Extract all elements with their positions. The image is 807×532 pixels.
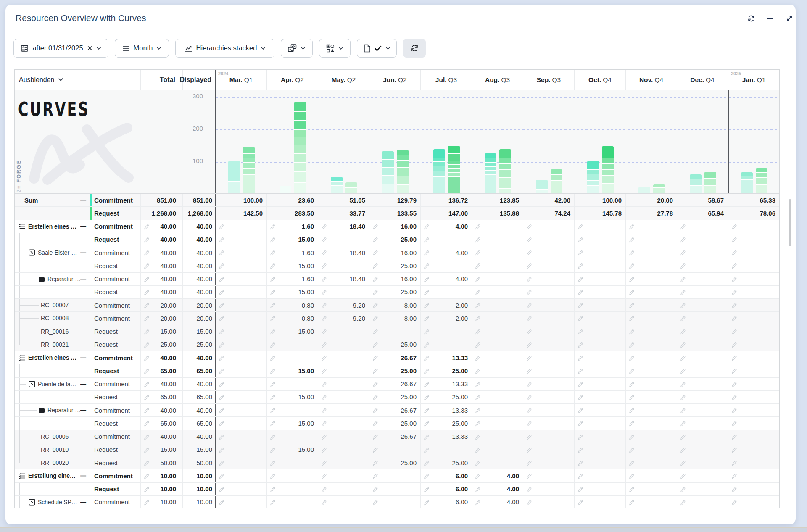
month-value-cell[interactable]: 4.00 xyxy=(472,469,523,482)
month-value-cell[interactable] xyxy=(523,312,575,324)
edit-pencil-icon[interactable] xyxy=(372,302,378,308)
month-value-cell[interactable] xyxy=(472,378,523,390)
edit-pencil-icon[interactable] xyxy=(143,407,150,413)
month-value-cell[interactable] xyxy=(626,325,677,338)
month-value-cell[interactable]: 15.00 xyxy=(267,233,318,246)
edit-pencil-icon[interactable] xyxy=(475,446,481,453)
month-value-cell[interactable]: 15.00 xyxy=(267,391,318,403)
month-value-cell[interactable] xyxy=(677,496,728,508)
month-value-cell[interactable]: 133.55 xyxy=(369,207,421,219)
month-value-cell[interactable]: 15.00 xyxy=(267,364,318,377)
month-value-cell[interactable] xyxy=(318,351,369,364)
edit-pencil-icon[interactable] xyxy=(423,446,430,453)
edit-pencil-icon[interactable] xyxy=(218,355,224,361)
month-value-cell[interactable] xyxy=(677,273,728,285)
month-value-cell[interactable]: 26.67 xyxy=(369,404,421,416)
edit-pencil-icon[interactable] xyxy=(218,236,224,242)
month-value-cell[interactable] xyxy=(523,417,575,429)
edit-pencil-icon[interactable] xyxy=(475,394,481,400)
month-value-cell[interactable] xyxy=(626,496,677,508)
edit-pencil-icon[interactable] xyxy=(269,420,276,427)
month-value-cell[interactable] xyxy=(216,259,267,272)
month-value-cell[interactable] xyxy=(523,273,575,285)
month-value-cell[interactable] xyxy=(728,469,780,482)
month-value-cell[interactable] xyxy=(472,299,523,311)
month-value-cell[interactable] xyxy=(728,246,780,259)
edit-pencil-icon[interactable] xyxy=(423,341,430,348)
month-value-cell[interactable] xyxy=(575,404,626,416)
collapse-toggle[interactable]: — xyxy=(80,381,90,387)
month-value-cell[interactable] xyxy=(318,417,369,429)
edit-pencil-icon[interactable] xyxy=(526,328,532,334)
month-value-cell[interactable] xyxy=(626,443,677,456)
edit-pencil-icon[interactable] xyxy=(475,289,481,295)
edit-pencil-icon[interactable] xyxy=(143,328,150,334)
edit-pencil-icon[interactable] xyxy=(577,223,583,229)
month-value-cell[interactable] xyxy=(677,404,728,416)
edit-pencil-icon[interactable] xyxy=(475,473,481,479)
edit-pencil-icon[interactable] xyxy=(628,460,635,466)
edit-pencil-icon[interactable] xyxy=(731,460,737,466)
edit-pencil-icon[interactable] xyxy=(475,223,481,229)
month-value-cell[interactable] xyxy=(575,246,626,259)
edit-pencil-icon[interactable] xyxy=(143,250,150,256)
month-value-cell[interactable]: 8.00 xyxy=(369,299,421,311)
collapse-toggle[interactable]: — xyxy=(80,354,90,361)
edit-pencil-icon[interactable] xyxy=(372,236,378,242)
month-value-cell[interactable] xyxy=(728,338,780,351)
edit-pencil-icon[interactable] xyxy=(475,407,481,413)
edit-pencil-icon[interactable] xyxy=(218,276,224,282)
edit-pencil-icon[interactable] xyxy=(321,407,327,413)
month-value-cell[interactable] xyxy=(318,391,369,403)
month-value-cell[interactable] xyxy=(318,456,369,469)
edit-pencil-icon[interactable] xyxy=(680,250,686,256)
edit-pencil-icon[interactable] xyxy=(475,460,481,466)
month-value-cell[interactable] xyxy=(523,364,575,377)
month-value-cell[interactable] xyxy=(216,338,267,351)
month-value-cell[interactable]: 6.00 xyxy=(421,483,472,495)
month-value-cell[interactable] xyxy=(523,469,575,482)
collapse-toggle[interactable]: — xyxy=(80,223,90,230)
month-value-cell[interactable] xyxy=(626,483,677,495)
month-value-cell[interactable] xyxy=(369,496,421,508)
hide-column-control[interactable]: Ausblenden xyxy=(15,70,90,90)
edit-pencil-icon[interactable] xyxy=(321,223,327,229)
month-value-cell[interactable]: 13.33 xyxy=(421,351,472,364)
month-value-cell[interactable] xyxy=(575,483,626,495)
table-row[interactable]: Reparatur …—Commitment40.0040.001.6018.4… xyxy=(15,273,779,286)
collapse-toggle[interactable]: — xyxy=(80,197,90,203)
month-value-cell[interactable] xyxy=(267,456,318,469)
month-value-cell[interactable] xyxy=(677,312,728,324)
edit-pencil-icon[interactable] xyxy=(269,315,276,321)
edit-pencil-icon[interactable] xyxy=(680,263,686,269)
month-value-cell[interactable]: 18.40 xyxy=(318,220,369,233)
edit-pencil-icon[interactable] xyxy=(143,460,150,466)
month-value-cell[interactable]: 18.40 xyxy=(318,273,369,285)
month-value-cell[interactable] xyxy=(575,469,626,482)
edit-pencil-icon[interactable] xyxy=(321,263,327,269)
edit-pencil-icon[interactable] xyxy=(628,341,635,348)
month-value-cell[interactable]: 13.33 xyxy=(421,430,472,443)
edit-pencil-icon[interactable] xyxy=(143,276,150,282)
month-value-cell[interactable]: 16.00 xyxy=(369,246,421,259)
edit-pencil-icon[interactable] xyxy=(731,407,737,413)
edit-pencil-icon[interactable] xyxy=(680,289,686,295)
month-value-cell[interactable] xyxy=(575,378,626,390)
month-value-cell[interactable] xyxy=(728,496,780,508)
month-value-cell[interactable] xyxy=(421,286,472,298)
edit-pencil-icon[interactable] xyxy=(372,328,378,334)
edit-pencil-icon[interactable] xyxy=(731,355,737,361)
edit-pencil-icon[interactable] xyxy=(526,394,532,400)
month-value-cell[interactable] xyxy=(728,364,780,377)
month-value-cell[interactable] xyxy=(626,456,677,469)
month-value-cell[interactable] xyxy=(677,259,728,272)
month-value-cell[interactable]: 27.78 xyxy=(626,207,677,219)
month-value-cell[interactable] xyxy=(421,338,472,351)
month-value-cell[interactable] xyxy=(728,325,780,338)
month-value-cell[interactable] xyxy=(575,312,626,324)
edit-pencil-icon[interactable] xyxy=(218,473,224,479)
month-value-cell[interactable]: 20.00 xyxy=(626,194,677,206)
edit-pencil-icon[interactable] xyxy=(269,486,276,492)
edit-pencil-icon[interactable] xyxy=(526,276,532,282)
month-value-cell[interactable] xyxy=(267,496,318,508)
